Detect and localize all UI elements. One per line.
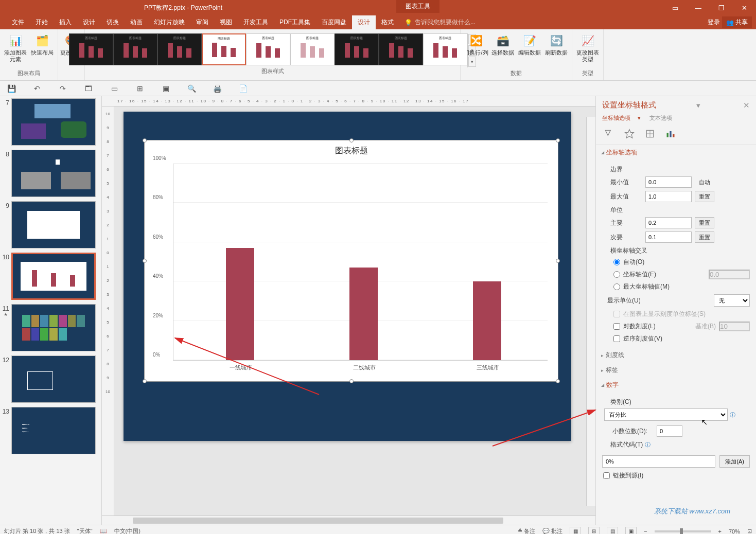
zoom-in-button[interactable]: +	[718, 528, 722, 535]
ribbon-options-icon[interactable]: ▭	[663, 0, 687, 15]
save-button[interactable]: 💾	[6, 83, 16, 94]
resize-handle-w[interactable]	[143, 259, 147, 263]
tab-developer[interactable]: 开发工具	[238, 15, 274, 29]
maximize-button[interactable]: ❐	[710, 0, 733, 15]
spell-check-icon[interactable]: 📖	[100, 528, 107, 534]
chart-style-9[interactable]: 图表标题	[423, 33, 467, 65]
category-select[interactable]: 百分比	[604, 408, 728, 421]
qat-item-9[interactable]: 🖨️	[212, 83, 222, 94]
switch-row-column-button[interactable]: 🔀切换行/列	[464, 31, 488, 56]
slide-thumbnail-13[interactable]: ▪▪▪▪▪▪▪▪▪▪▪▪▪▪▪▪▪▪▪▪▪	[11, 407, 96, 454]
tell-me-search[interactable]: 💡 告诉我您想要做什么...	[405, 18, 476, 27]
max-value-input[interactable]	[645, 191, 692, 202]
section-axis-options[interactable]: 坐标轴选项	[596, 145, 756, 160]
language-indicator[interactable]: 中文(中国)	[114, 527, 140, 534]
tab-baidu[interactable]: 百度网盘	[316, 15, 352, 29]
qat-item-6[interactable]: ⊞	[135, 83, 145, 94]
qat-item-10[interactable]: 📄	[238, 83, 248, 94]
slide-thumbnail-11[interactable]	[11, 304, 96, 351]
tab-file[interactable]: 文件	[6, 15, 30, 29]
axis-options-icon[interactable]	[665, 128, 676, 139]
linked-to-source-checkbox[interactable]	[603, 472, 610, 479]
select-data-button[interactable]: 🗃️选择数据	[490, 31, 515, 56]
quick-layout-button[interactable]: 🗂️ 快速布局	[30, 31, 55, 56]
cross-max-radio[interactable]	[613, 283, 620, 290]
share-button[interactable]: 👥 共享	[722, 16, 752, 28]
chart-bar-3[interactable]	[473, 281, 501, 360]
pane-tab-axis-options[interactable]: 坐标轴选项	[602, 115, 630, 121]
chart-style-3[interactable]: 图表标题	[157, 33, 202, 65]
tab-animations[interactable]: 动画	[125, 15, 148, 29]
slide-sorter-button[interactable]: ⊞	[588, 527, 600, 535]
slide-thumbnail-7[interactable]	[11, 98, 96, 146]
add-chart-element-button[interactable]: 📊 添加图表元素	[3, 31, 28, 63]
fit-to-window-button[interactable]: ⊡	[747, 528, 752, 534]
chart-style-5[interactable]: 图表标题	[246, 33, 290, 65]
redo-button[interactable]: ↷	[58, 83, 68, 94]
tab-transitions[interactable]: 切换	[101, 15, 125, 29]
chart-style-2[interactable]: 图表标题	[113, 33, 157, 65]
qat-item-5[interactable]: ▭	[109, 83, 119, 94]
qat-item-8[interactable]: 🔍	[186, 83, 197, 94]
tab-design[interactable]: 设计	[77, 15, 101, 29]
tab-insert[interactable]: 插入	[54, 15, 77, 29]
chart-style-8[interactable]: 图表标题	[379, 33, 423, 65]
resize-handle-e[interactable]	[556, 259, 560, 263]
close-button[interactable]: ✕	[733, 0, 756, 15]
max-reset-button[interactable]: 重置	[695, 191, 714, 202]
slideshow-button[interactable]: ▣	[625, 527, 637, 535]
minimize-button[interactable]: —	[687, 0, 710, 15]
slide-thumbnail-12[interactable]	[11, 355, 96, 403]
log-scale-checkbox[interactable]	[613, 323, 620, 330]
section-tick-marks[interactable]: 刻度线	[596, 348, 756, 363]
section-labels[interactable]: 标签	[596, 363, 756, 378]
zoom-slider-thumb[interactable]	[680, 528, 683, 535]
slide-thumbnail-9[interactable]	[11, 201, 96, 248]
zoom-level[interactable]: 70%	[729, 528, 740, 535]
tab-chart-format[interactable]: 格式	[376, 15, 399, 29]
chart-object[interactable]: 图表标题 0% 20% 40% 60% 80%	[144, 140, 558, 382]
format-code-input[interactable]	[602, 455, 715, 468]
resize-handle-s[interactable]	[349, 379, 354, 383]
resize-handle-nw[interactable]	[143, 138, 147, 143]
fill-line-icon[interactable]	[603, 128, 614, 139]
slide-canvas[interactable]: 图表标题 0% 20% 40% 60% 80%	[114, 106, 595, 515]
reverse-values-checkbox[interactable]	[613, 335, 620, 342]
tab-chart-design[interactable]: 设计	[352, 15, 376, 29]
min-value-input[interactable]	[645, 176, 692, 188]
add-format-button[interactable]: 添加(A)	[719, 455, 750, 468]
chart-style-7[interactable]: 图表标题	[335, 33, 379, 65]
normal-view-button[interactable]: ▦	[570, 527, 581, 535]
zoom-slider[interactable]	[655, 530, 711, 532]
minor-reset-button[interactable]: 重置	[695, 232, 714, 243]
change-chart-type-button[interactable]: 📈更改图表类型	[575, 31, 600, 63]
undo-button[interactable]: ↶	[32, 83, 42, 94]
info-icon[interactable]: ⓘ	[730, 411, 735, 419]
qat-item-4[interactable]: 🗔	[83, 83, 94, 94]
login-link[interactable]: 登录	[708, 18, 720, 27]
reading-view-button[interactable]: ▤	[607, 527, 618, 535]
tab-home[interactable]: 开始	[30, 15, 54, 29]
chart-plot-area[interactable]: 0% 20% 40% 60% 80% 100% 一线城市 二线城市 三线城市	[173, 164, 548, 361]
resize-handle-sw[interactable]	[143, 379, 147, 383]
notes-button[interactable]: ≜ 备注	[518, 527, 535, 534]
comments-button[interactable]: 💬 批注	[542, 527, 562, 534]
pane-options-button[interactable]: ▾	[696, 101, 700, 110]
major-unit-input[interactable]	[645, 217, 692, 228]
minor-unit-input[interactable]	[645, 232, 692, 243]
pane-close-button[interactable]: ✕	[743, 101, 750, 110]
cross-auto-radio[interactable]	[613, 259, 620, 265]
chart-bar-2[interactable]	[349, 268, 378, 360]
slide-thumbnails-panel[interactable]: 7 8 9 10 11	[0, 96, 102, 525]
section-number[interactable]: 数字	[596, 378, 756, 393]
horizontal-scrollbar[interactable]	[102, 515, 595, 525]
resize-handle-n[interactable]	[349, 138, 354, 143]
chart-title[interactable]: 图表标题	[145, 140, 558, 162]
chart-style-1[interactable]: 图表标题	[69, 33, 113, 65]
vertical-scrollbar[interactable]	[586, 117, 595, 506]
display-units-select[interactable]: 无	[714, 294, 750, 307]
scrollbar-thumb[interactable]	[133, 518, 503, 524]
tab-slideshow[interactable]: 幻灯片放映	[148, 15, 190, 29]
pane-tab-text-options[interactable]: 文本选项	[649, 115, 672, 121]
slide-thumbnail-10[interactable]	[11, 253, 96, 300]
